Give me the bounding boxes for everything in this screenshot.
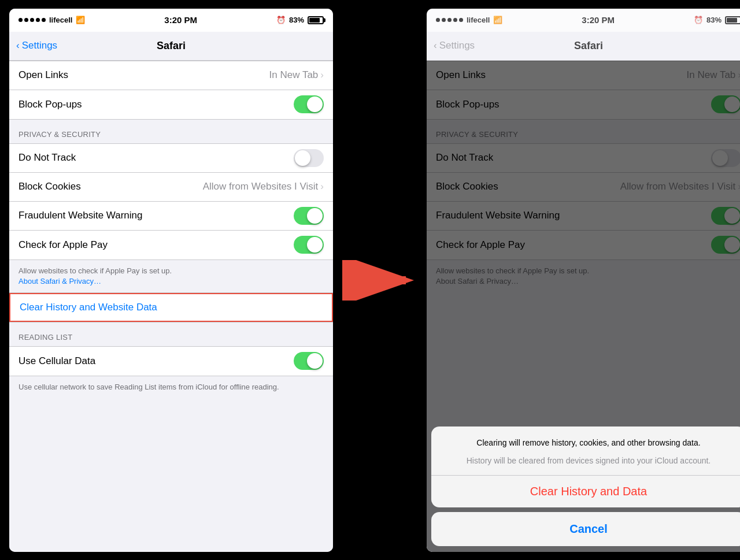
row-apple-pay: Check for Apple Pay [9,231,333,259]
modal-message: Clearing will remove history, cookies, a… [431,427,740,476]
group-reading: Use Cellular Data [9,346,333,376]
footer-privacy-content: Allow websites to check if Apple Pay is … [18,266,172,275]
privacy-section-header: PRIVACY & SECURITY [9,120,333,143]
back-button-left[interactable]: ‹ Settings [16,40,57,51]
battery-percent: 83% [289,16,304,24]
group-top: Open Links In New Tab › Block Pop-ups [9,61,333,120]
toggle-knob [307,97,323,112]
battery-icon [308,16,324,24]
back-button-right[interactable]: ‹ Settings [434,40,475,51]
status-left: lifecell 📶 [18,16,85,24]
footer-privacy-text: Allow websites to check if Apple Pay is … [9,260,333,292]
modal-sheet: Clearing will remove history, cookies, a… [427,427,740,552]
row-cellular-data: Use Cellular Data [9,347,333,376]
open-links-val-text: In New Tab [269,69,319,81]
toggle-knob [307,237,323,253]
battery-fill [309,18,320,23]
arrow-container [342,260,417,301]
apple-pay-label: Check for Apple Pay [18,239,108,251]
block-popups-label: Block Pop-ups [18,99,82,110]
back-chevron-right: ‹ [434,40,437,51]
battery-percent-right: 83% [706,16,722,24]
clear-history-action[interactable]: Clear History and Data [431,476,740,507]
fraudulent-warning-toggle[interactable] [294,207,324,225]
battery-icon-right [725,16,740,24]
open-links-value: In New Tab › [269,69,324,81]
row-open-links[interactable]: Open Links In New Tab › [9,61,333,90]
dot4r [453,18,457,22]
group-clear-history: Clear History and Website Data [9,292,333,322]
status-left-right: lifecell 📶 [436,16,502,24]
dot2r [442,18,446,22]
modal-card: Clearing will remove history, cookies, a… [431,427,740,507]
toggle-knob [307,353,323,369]
do-not-track-toggle[interactable] [294,149,324,167]
group-privacy: Do Not Track Block Cookies Allow from We… [9,143,333,260]
alarm-icon: ⏰ [276,16,286,24]
block-cookies-label: Block Cookies [18,181,81,192]
signal-dots [18,18,46,22]
back-label-right: Settings [439,40,475,51]
clear-history-label: Clear History and Website Data [20,302,157,313]
cancel-button[interactable]: Cancel [431,512,740,546]
fraudulent-warning-label: Fraudulent Website Warning [18,210,143,221]
open-links-chevron: › [320,69,324,81]
nav-bar-left: ‹ Settings Safari [9,32,333,61]
toggle-knob [307,208,323,224]
settings-content-left: Open Links In New Tab › Block Pop-ups PR… [9,61,333,552]
row-clear-history[interactable]: Clear History and Website Data [9,293,333,322]
arrow-icon [342,260,417,301]
block-popups-toggle[interactable] [294,95,324,113]
block-cookies-chevron: › [320,181,324,192]
about-safari-link[interactable]: About Safari & Privacy… [18,277,101,285]
cellular-data-label: Use Cellular Data [18,355,95,367]
dot1 [18,18,23,22]
footer-reading-content: Use cellular network to save Reading Lis… [18,383,279,391]
status-right-right: ⏰ 83% [694,16,740,24]
do-not-track-label: Do Not Track [18,152,76,164]
block-cookies-value: Allow from Websites I Visit › [203,181,324,192]
toggle-knob [295,150,310,166]
time-display-right: 3:20 PM [582,15,615,25]
screens-container: lifecell 📶 3:20 PM ⏰ 83% ‹ Settings Safa… [0,0,740,560]
dot5r [459,18,463,22]
block-cookies-val-text: Allow from Websites I Visit [203,181,319,192]
modal-message-text2: History will be cleared from devices sig… [441,455,737,467]
settings-content-right: Open Links In New Tab › Block Pop-ups PR… [427,61,740,552]
open-links-label: Open Links [18,69,68,81]
page-title-right: Safari [574,40,603,52]
time-display: 3:20 PM [164,15,197,25]
carrier-label-right: lifecell [467,16,490,24]
phone-screen-left: lifecell 📶 3:20 PM ⏰ 83% ‹ Settings Safa… [9,9,333,552]
row-do-not-track: Do Not Track [9,144,333,173]
carrier-label: lifecell [49,16,72,24]
page-title-left: Safari [157,40,186,52]
apple-pay-toggle[interactable] [294,236,324,254]
dot5 [42,18,46,22]
back-label: Settings [22,40,57,51]
reading-section-header: READING LIST [9,322,333,346]
status-right: ⏰ 83% [276,16,324,24]
footer-reading-text: Use cellular network to save Reading Lis… [9,376,333,398]
cellular-data-toggle[interactable] [294,352,324,370]
wifi-icon-right: 📶 [493,16,502,24]
phone-screen-right: lifecell 📶 3:20 PM ⏰ 83% ‹ Settings Safa… [427,9,740,552]
dot2 [24,18,28,22]
status-bar-right: lifecell 📶 3:20 PM ⏰ 83% [427,9,740,32]
nav-bar-right: ‹ Settings Safari [427,32,740,61]
modal-cancel-card: Cancel [431,512,740,546]
modal-overlay: Clearing will remove history, cookies, a… [427,61,740,552]
row-fraudulent-warning: Fraudulent Website Warning [9,202,333,231]
modal-message-text1: Clearing will remove history, cookies, a… [441,437,737,449]
wifi-icon: 📶 [76,16,85,24]
dot1r [436,18,440,22]
dot4 [36,18,40,22]
battery-fill-right [727,18,737,23]
dot3 [30,18,34,22]
row-block-cookies[interactable]: Block Cookies Allow from Websites I Visi… [9,173,333,202]
status-bar-left: lifecell 📶 3:20 PM ⏰ 83% [9,9,333,32]
alarm-icon-right: ⏰ [694,16,703,24]
signal-dots-right [436,18,463,22]
back-chevron: ‹ [16,40,20,51]
dot3r [447,18,452,22]
